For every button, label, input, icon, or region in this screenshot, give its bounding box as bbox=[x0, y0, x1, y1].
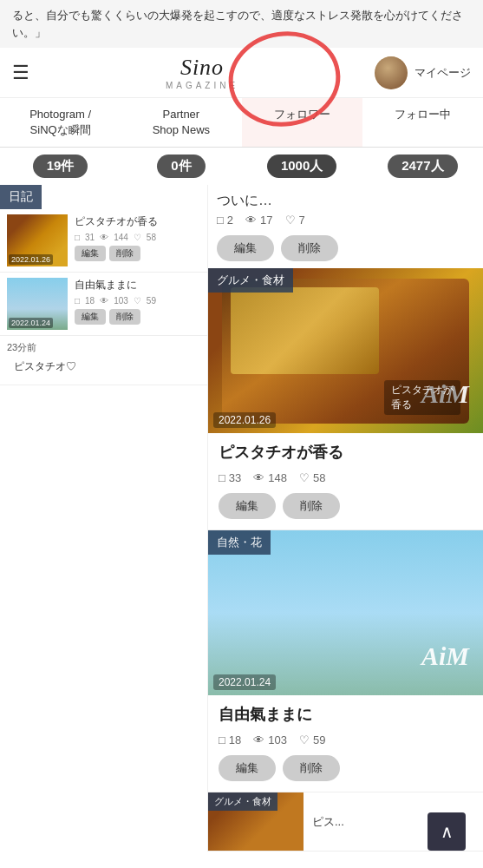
sky-large-like-count: 59 bbox=[313, 733, 325, 746]
followers-count-badge: 1000人 bbox=[267, 155, 336, 178]
food-large-like-icon: ♡ bbox=[299, 471, 310, 484]
top-comment-meta: □ 2 bbox=[217, 214, 233, 227]
upcoming-title-text: ピス... bbox=[312, 814, 344, 830]
sky-comment-count: 18 bbox=[85, 296, 95, 306]
up-arrow-icon: ∧ bbox=[441, 821, 454, 842]
tab-following[interactable]: フォロー中 bbox=[362, 98, 483, 147]
right-column: ついに… □ 2 👁 17 ♡ 7 編集 削除 bbox=[208, 185, 483, 852]
upcoming-category-badge: グルメ・食材 bbox=[208, 792, 277, 811]
tab-photogram[interactable]: Photogram / SiNQな瞬間 bbox=[0, 98, 121, 147]
mypage-label[interactable]: マイページ bbox=[414, 65, 471, 81]
left-column: 日記 2022.01.26 ピスタチオが香る □ 31 👁 144 ♡ 58 編… bbox=[0, 185, 208, 852]
food-date-badge: 2022.01.26 bbox=[213, 412, 276, 428]
food-view-icon: 👁 bbox=[100, 233, 108, 242]
sky-delete-btn[interactable]: 削除 bbox=[283, 755, 340, 781]
large-thumb-food: ピスタチオが香る AiM グルメ・食材 2022.01.26 bbox=[208, 268, 483, 433]
latest-post-time-row: 23分前 ピスタチオ♡ bbox=[0, 336, 207, 385]
food-view-count: 144 bbox=[114, 233, 128, 242]
food-large-comment-count: 33 bbox=[229, 471, 241, 484]
latest-timestamp: 23分前 bbox=[7, 339, 200, 356]
top-delete-btn[interactable]: 削除 bbox=[281, 235, 338, 261]
food-comment-count: 31 bbox=[85, 233, 95, 242]
avatar-image bbox=[375, 56, 408, 89]
food-meta-row: □ 33 👁 148 ♡ 58 bbox=[219, 471, 473, 484]
upcoming-thumb: グルメ・食材 bbox=[208, 792, 304, 852]
small-sky-edit-btn[interactable]: 編集 bbox=[75, 309, 106, 325]
small-post-sky-meta: □ 18 👁 103 ♡ 59 bbox=[75, 296, 200, 306]
sky-comment-meta: □ 18 bbox=[219, 733, 241, 746]
small-post-food-title: ピスタチオが香る bbox=[75, 214, 200, 229]
tabs-row: Photogram / SiNQな瞬間 Partner Shop News フォ… bbox=[0, 98, 483, 148]
food-comment-meta: □ 33 bbox=[219, 471, 241, 484]
count-following[interactable]: 2477人 bbox=[362, 148, 483, 185]
top-meta-row: □ 2 👁 17 ♡ 7 bbox=[217, 214, 474, 227]
food-comment-icon: □ bbox=[75, 233, 80, 242]
sky-comment-icon: □ bbox=[75, 296, 80, 306]
counts-row: 19件 0件 1000人 2477人 bbox=[0, 148, 483, 185]
top-comment-count: 2 bbox=[227, 214, 233, 227]
tab-followers[interactable]: フォロワー bbox=[242, 98, 362, 147]
sky-meta-row: □ 18 👁 103 ♡ 59 bbox=[219, 733, 473, 746]
sky-like-meta: ♡ 59 bbox=[299, 733, 325, 746]
large-post-sky: AiM 自然・花 2022.01.24 自由氣ままに □ 18 👁 103 bbox=[208, 530, 483, 792]
small-post-food-info: ピスタチオが香る □ 31 👁 144 ♡ 58 編集 削除 bbox=[75, 214, 200, 261]
header-right: マイページ bbox=[375, 56, 471, 89]
large-post-food-body: ピスタチオが香る □ 33 👁 148 ♡ 58 bbox=[208, 433, 483, 529]
sky-view-count: 103 bbox=[114, 296, 128, 306]
header-logo: Sino MAGAZINE bbox=[166, 55, 238, 90]
top-view-icon: 👁 bbox=[245, 214, 257, 227]
small-post-sky-date: 2022.01.24 bbox=[9, 318, 53, 328]
large-post-food: ピスタチオが香る AiM グルメ・食材 2022.01.26 ピスタチオが香る … bbox=[208, 268, 483, 530]
food-image: ピスタチオが香る AiM bbox=[208, 268, 483, 433]
tab-following-label: フォロー中 bbox=[395, 108, 451, 121]
small-thumb-sky: 2022.01.24 bbox=[7, 278, 68, 330]
partner-count-badge: 0件 bbox=[157, 155, 205, 178]
sky-date-badge: 2022.01.24 bbox=[213, 674, 276, 690]
banner-text: ると、自分でも驚くくらいの大爆発を起こすので、適度なストレス発散を心がけてくださ… bbox=[12, 9, 463, 39]
sky-like-count: 59 bbox=[147, 296, 156, 306]
large-post-sky-title: 自由氣ままに bbox=[219, 704, 473, 725]
aim-text-sky: AiM bbox=[421, 641, 469, 671]
food-category-badge: グルメ・食材 bbox=[208, 268, 293, 293]
small-post-sky-title: 自由氣ままに bbox=[75, 278, 200, 293]
small-sky-delete-btn[interactable]: 削除 bbox=[109, 309, 140, 325]
small-thumb-food: 2022.01.26 bbox=[7, 214, 68, 266]
tab-partner[interactable]: Partner Shop News bbox=[121, 98, 241, 147]
top-post-meta: □ 2 👁 17 ♡ 7 編集 削除 bbox=[208, 214, 483, 268]
food-large-like-count: 58 bbox=[313, 471, 325, 484]
count-photogram[interactable]: 19件 bbox=[0, 148, 121, 185]
sky-like-icon: ♡ bbox=[134, 296, 141, 306]
top-comment-icon: □ bbox=[217, 214, 224, 227]
top-edit-btn[interactable]: 編集 bbox=[217, 235, 274, 261]
count-followers[interactable]: 1000人 bbox=[242, 148, 362, 185]
main-content: 日記 2022.01.26 ピスタチオが香る □ 31 👁 144 ♡ 58 編… bbox=[0, 185, 483, 852]
food-large-view-icon: 👁 bbox=[253, 471, 264, 484]
food-like-meta: ♡ 58 bbox=[299, 471, 325, 484]
following-count-badge: 2477人 bbox=[388, 155, 457, 178]
food-large-view-count: 148 bbox=[268, 471, 287, 484]
hamburger-icon[interactable]: ☰ bbox=[12, 62, 29, 84]
food-large-actions: 編集 削除 bbox=[219, 493, 473, 519]
food-large-comment-icon: □ bbox=[219, 471, 225, 484]
small-food-delete-btn[interactable]: 削除 bbox=[109, 246, 140, 261]
food-delete-btn[interactable]: 削除 bbox=[283, 493, 340, 519]
tab-followers-label: フォロワー bbox=[274, 108, 330, 121]
large-post-food-title: ピスタチオが香る bbox=[219, 442, 473, 463]
small-post-food: 2022.01.26 ピスタチオが香る □ 31 👁 144 ♡ 58 編集 削… bbox=[0, 209, 207, 273]
sky-large-actions: 編集 削除 bbox=[219, 755, 473, 781]
sky-large-like-icon: ♡ bbox=[299, 733, 310, 746]
sky-view-icon: 👁 bbox=[100, 296, 108, 306]
large-thumb-sky: AiM 自然・花 2022.01.24 bbox=[208, 530, 483, 695]
small-post-sky: 2022.01.24 自由氣ままに □ 18 👁 103 ♡ 59 編集 削除 bbox=[0, 273, 207, 336]
count-partner[interactable]: 0件 bbox=[121, 148, 241, 185]
top-post-actions: 編集 削除 bbox=[217, 235, 474, 261]
top-banner: ると、自分でも驚くくらいの大爆発を起こすので、適度なストレス発散を心がけてくださ… bbox=[0, 0, 483, 48]
small-post-sky-actions: 編集 削除 bbox=[75, 309, 200, 325]
sky-edit-btn[interactable]: 編集 bbox=[219, 755, 276, 781]
large-post-sky-body: 自由氣ままに □ 18 👁 103 ♡ 59 編 bbox=[208, 695, 483, 792]
small-food-edit-btn[interactable]: 編集 bbox=[75, 246, 106, 261]
partial-title-top: ついに… bbox=[208, 185, 483, 214]
food-edit-btn[interactable]: 編集 bbox=[219, 493, 276, 519]
back-to-top-btn[interactable]: ∧ bbox=[428, 812, 466, 851]
sky-image: AiM bbox=[208, 530, 483, 695]
